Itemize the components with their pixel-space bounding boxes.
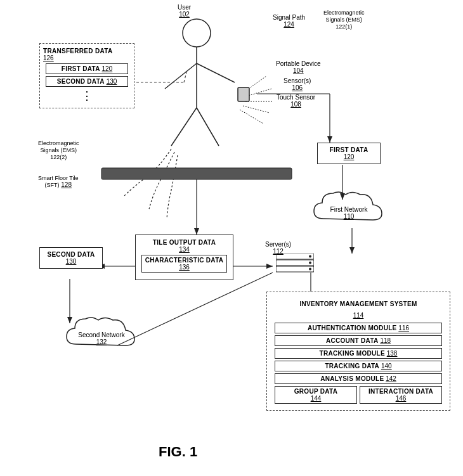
svg-marker-21 — [349, 247, 355, 254]
second-data-box-title: Second Data — [43, 251, 99, 258]
svg-line-2 — [165, 63, 197, 89]
inventory-management-box: Inventory Management System 114 Authenti… — [266, 292, 450, 411]
ems1-label: ElectromagneticSignals (EMS)122(1) — [323, 9, 365, 30]
transferred-data-box: Transferred Data 126 First Data 120 Seco… — [39, 43, 134, 108]
second-data-box: Second Data 130 — [39, 247, 103, 269]
signal-path-label: Signal Path 124 — [273, 14, 305, 28]
svg-rect-35 — [276, 266, 314, 272]
transferred-data-title: Transferred Data — [43, 48, 131, 55]
svg-point-36 — [309, 255, 311, 258]
sensors-label: Sensor(s)106 — [284, 77, 311, 91]
diagram: User 102 Signal Path 124 Electromagnetic… — [0, 0, 463, 476]
tile-output-data-box: Tile Output Data 134 Characteristic Data… — [135, 235, 233, 280]
first-network-label: First Network 110 — [311, 206, 387, 220]
svg-line-6 — [244, 76, 266, 92]
group-data: Group Data 144 — [275, 386, 357, 404]
svg-line-7 — [246, 89, 271, 96]
tile-output-data-num: 134 — [139, 246, 230, 253]
characteristic-data-inner: Characteristic Data 136 — [141, 255, 227, 273]
svg-point-38 — [309, 268, 311, 271]
servers-label: Server(s) 112 — [265, 241, 291, 255]
tracking-data: Tracking Data 140 — [275, 361, 442, 371]
second-network-cloud: Second Network 132 — [63, 312, 140, 345]
svg-marker-17 — [327, 136, 332, 143]
user-label: User 102 — [178, 4, 191, 18]
svg-point-0 — [183, 19, 211, 47]
portable-device-label: Portable Device104 — [276, 60, 321, 74]
svg-rect-12 — [101, 168, 292, 179]
second-data-inner: Second Data 130 — [46, 76, 128, 87]
first-data-box-title: First Data — [321, 146, 377, 153]
touch-sensor-label: Touch Sensor108 — [277, 94, 315, 108]
svg-line-3 — [197, 63, 235, 82]
first-data-box: First Data 120 — [317, 143, 381, 164]
svg-line-10 — [240, 110, 263, 124]
first-network-cloud: First Network 110 — [311, 187, 387, 220]
svg-rect-11 — [238, 87, 249, 101]
svg-marker-23 — [266, 264, 273, 269]
inventory-management-num: 114 — [353, 312, 364, 319]
svg-marker-32 — [194, 228, 199, 235]
transferred-data-num: 126 — [43, 55, 131, 61]
svg-line-26 — [117, 273, 273, 345]
svg-line-14 — [184, 70, 187, 82]
analysis-module: Analysis Module 142 — [275, 373, 442, 384]
svg-line-9 — [243, 106, 270, 113]
account-data: Account Data 118 — [275, 335, 442, 346]
authentication-module: Authentication Module 116 — [275, 323, 442, 333]
smart-floor-tile-label: Smart Floor Tile(SFT) 128 — [38, 174, 79, 188]
ems2-label: ElectromagneticSignals (EMS)122(2) — [38, 139, 79, 160]
svg-point-37 — [309, 262, 311, 264]
interaction-data: Interaction Data 146 — [360, 386, 442, 404]
tracking-module: Tracking Module 138 — [275, 348, 442, 359]
fig-label: FIG. 1 — [159, 444, 197, 460]
second-data-box-num: 130 — [43, 258, 99, 265]
second-network-label: Second Network 132 — [63, 331, 140, 345]
svg-rect-34 — [276, 260, 314, 266]
svg-line-5 — [197, 108, 219, 146]
svg-line-4 — [171, 108, 197, 146]
first-data-inner: First Data 120 — [46, 63, 128, 74]
inventory-management-title: Inventory Management System — [299, 300, 417, 307]
svg-rect-33 — [276, 254, 314, 259]
first-data-box-num: 120 — [321, 153, 377, 160]
tile-output-data-title: Tile Output Data — [139, 239, 230, 246]
